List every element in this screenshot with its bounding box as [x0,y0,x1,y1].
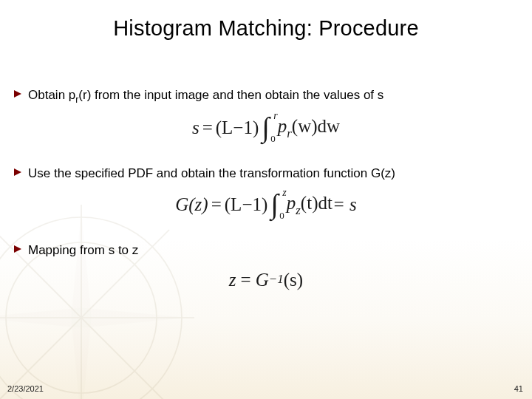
bullet-item: Obtain pr(r) from the input image and th… [13,87,519,106]
bullet-list: Obtain pr(r) from the input image and th… [13,87,519,316]
slide: Histogram Matching: Procedure Obtain pr(… [0,0,532,399]
formula-coeff: (L−1) [225,194,268,215]
formula-eq: = [202,117,213,138]
formula-lhs: s [192,117,200,138]
footer-date: 2/23/2021 [7,384,44,393]
formula-p: p [278,116,287,136]
formula-arg: (s) [284,270,303,290]
bullet-text-post: (r) from the input image and then obtain… [78,88,383,102]
integral-icon: ∫ z 0 [270,193,278,216]
formula-eq: = [211,194,222,215]
bullet-text: Use the specified PDF and obtain the tra… [28,166,395,183]
bullet-text-sub: r [75,95,78,105]
formula-arg: (t)dt [301,193,332,213]
slide-title: Histogram Matching: Procedure [0,16,532,41]
bullet-item: Use the specified PDF and obtain the tra… [13,166,519,183]
formula-psub: r [287,126,292,140]
formula: s = (L−1) ∫ r 0 pr(w)dw [13,116,519,140]
formula-G: G [256,270,269,290]
footer-page-number: 41 [514,384,523,393]
formula-p: p [287,193,296,213]
integral-upper: z [282,187,286,199]
formula-arg: (w)dw [292,116,340,136]
formula-lhs: G(z) [175,194,208,215]
integral-lower: 0 [279,210,284,222]
formula-eq: = [241,270,251,290]
svg-marker-9 [14,168,21,176]
play-bullet-icon [13,168,22,177]
svg-marker-8 [14,90,21,98]
integral-upper: r [273,110,277,122]
formula-sup: −1 [269,272,284,287]
bullet-item: Mapping from s to z [13,242,519,259]
bullet-text: Mapping from s to z [28,242,138,259]
play-bullet-icon [13,245,22,253]
formula-tail: = s [332,194,357,215]
bullet-text-pre: Obtain p [28,88,75,102]
formula-psub: z [296,203,301,217]
bullet-text: Obtain pr(r) from the input image and th… [28,87,383,106]
integral-lower: 0 [270,133,276,145]
formula: z = G−1(s) [13,270,519,290]
formula: G(z) = (L−1) ∫ z 0 pz(t)dt = s [13,193,519,217]
formula-lhs: z [229,270,236,290]
integral-icon: ∫ r 0 [262,116,269,140]
play-bullet-icon [13,89,22,98]
svg-marker-10 [14,245,21,253]
formula-coeff: (L−1) [216,117,259,138]
